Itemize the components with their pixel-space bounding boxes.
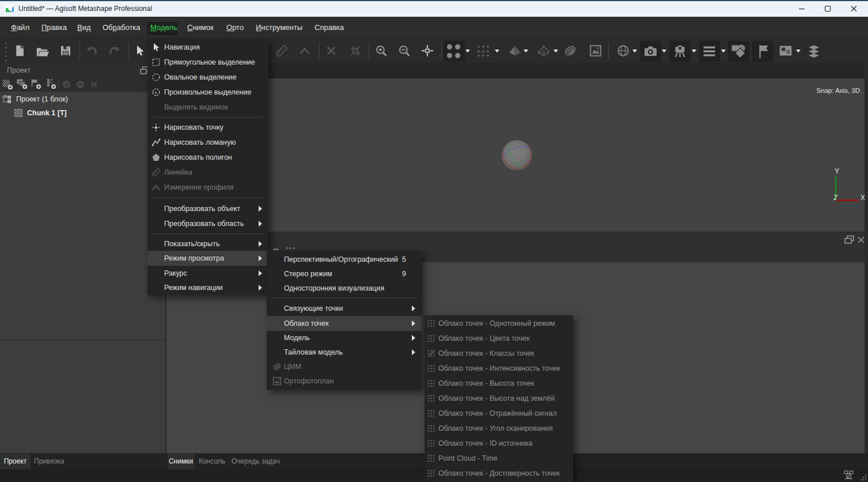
svg-text:Y: Y bbox=[835, 167, 839, 175]
